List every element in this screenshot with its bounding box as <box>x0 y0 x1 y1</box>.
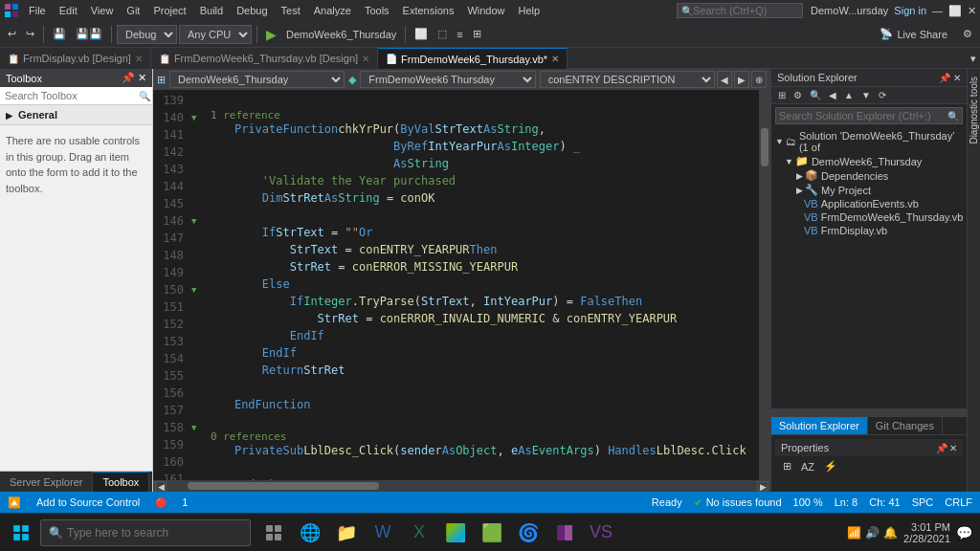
tab-close-2[interactable]: ✕ <box>551 54 559 64</box>
code-content[interactable]: 1 reference Private Function chkYrPur(By… <box>207 90 759 480</box>
vertical-scrollbar[interactable] <box>759 90 770 480</box>
dependencies-node[interactable]: ▶ 📦 Dependencies <box>771 168 967 183</box>
toolbar-btn-3[interactable]: ≡ <box>453 24 466 45</box>
toolbox-search[interactable]: 🔍 <box>0 87 152 105</box>
class-dropdown[interactable]: FrmDemoWeek6 Thursday <box>360 71 535 88</box>
tab-menu-button[interactable]: ▾ <box>967 48 980 69</box>
menu-edit[interactable]: Edit <box>54 3 83 18</box>
menu-view[interactable]: View <box>85 3 120 18</box>
scrollbar-thumb[interactable] <box>761 128 768 166</box>
app-events-node[interactable]: VB ApplicationEvents.vb <box>771 197 967 210</box>
vs-purple-icon[interactable]: VS <box>584 516 618 550</box>
save-button[interactable]: 💾 <box>49 24 70 45</box>
sol-tb-btn-3[interactable]: 🔍 <box>807 89 824 101</box>
menu-analyze[interactable]: Analyze <box>308 3 357 18</box>
frmdisplay-node[interactable]: VB FrmDisplay.vb <box>771 224 967 237</box>
menu-test[interactable]: Test <box>276 3 306 18</box>
project-node[interactable]: ▼ 📁 DemoWeek6_Thursday <box>771 154 967 168</box>
notification-button[interactable]: 💬 <box>956 525 972 540</box>
sol-tb-btn-4[interactable]: ◀ <box>826 89 839 101</box>
sol-tb-btn-7[interactable]: ⟳ <box>876 89 889 101</box>
start-button[interactable] <box>4 516 38 550</box>
scroll-left-button[interactable]: ◀ <box>717 71 732 88</box>
ms-icon[interactable]: ⬛ <box>438 516 473 550</box>
excel-icon[interactable]: X <box>402 516 436 550</box>
sol-tb-btn-5[interactable]: ▲ <box>841 89 857 101</box>
toolbox-tab[interactable]: Toolbox <box>93 472 149 492</box>
toolbox-group-general[interactable]: ▶ General <box>0 105 152 125</box>
my-project-node[interactable]: ▶ 🔧 My Project <box>771 183 967 197</box>
source-control-label[interactable]: Add to Source Control <box>36 496 140 508</box>
toolbox-pin-button[interactable]: 📌 <box>122 72 135 84</box>
debug-config-dropdown[interactable]: Debug <box>117 25 177 44</box>
toolbar-btn-2[interactable]: ⬚ <box>434 24 451 45</box>
code-editor[interactable]: 139 140 141 142 143 144 145 146 147 148 … <box>153 90 759 480</box>
menu-debug[interactable]: Debug <box>231 3 273 18</box>
vs-icon[interactable] <box>547 516 582 550</box>
scroll-right-button[interactable]: ▶ <box>734 71 749 88</box>
props-close-button[interactable]: ✕ <box>949 443 957 453</box>
chrome-icon[interactable]: 🌀 <box>511 516 546 550</box>
edge-icon[interactable]: 🌐 <box>293 516 327 550</box>
tab-frmdemovb-design[interactable]: 📋 FrmDemoWeek6_Thursday.vb [Design] ✕ <box>151 48 378 69</box>
word-icon[interactable]: W <box>366 516 400 550</box>
settings-button[interactable]: ⚙ <box>959 24 976 45</box>
maximize-button[interactable]: ⬜ <box>948 5 962 17</box>
hscroll-right-button[interactable]: ▶ <box>757 481 768 491</box>
taskbar-search-input[interactable] <box>67 526 242 540</box>
solution-explorer-bottom-tab[interactable]: Solution Explorer <box>771 417 868 434</box>
undo-button[interactable]: ↩ <box>4 24 20 45</box>
toolbar-btn-4[interactable]: ⊞ <box>469 24 485 45</box>
file-explorer-icon[interactable]: 📁 <box>329 516 364 550</box>
menu-project[interactable]: Project <box>147 3 191 18</box>
menu-git[interactable]: Git <box>121 3 145 18</box>
hscroll-thumb[interactable] <box>188 482 379 490</box>
close-button[interactable]: ✕ <box>968 5 976 17</box>
platform-dropdown[interactable]: Any CPU <box>179 25 252 44</box>
props-events-button[interactable]: ⚡ <box>820 459 841 474</box>
server-explorer-tab[interactable]: Server Explorer <box>0 472 93 492</box>
solution-root[interactable]: ▼ 🗂 Solution 'DemoWeek6_Thursday' (1 of <box>771 129 967 154</box>
menu-search-box[interactable]: 🔍 <box>677 3 803 18</box>
menu-help[interactable]: Help <box>513 3 546 18</box>
solution-search-box[interactable]: 🔍 <box>775 107 963 124</box>
expand-button[interactable]: ⊕ <box>751 71 767 88</box>
props-pin-button[interactable]: 📌 <box>936 443 947 453</box>
file-dropdown[interactable]: DemoWeek6_Thursday <box>169 71 345 88</box>
menu-window[interactable]: Window <box>461 3 510 18</box>
sol-pin-button[interactable]: 📌 <box>939 73 950 83</box>
menu-tools[interactable]: Tools <box>359 3 395 18</box>
live-share-area[interactable]: 📡 Live Share ⚙ <box>880 24 976 45</box>
menu-file[interactable]: File <box>23 3 52 18</box>
start-debug-button[interactable]: ▶ <box>262 24 280 45</box>
taskbar-search-box[interactable]: 🔍 <box>40 519 251 546</box>
sol-close-button[interactable]: ✕ <box>953 73 961 83</box>
tab-frmdemovb-code[interactable]: 📄 FrmDemoWeek6_Thursday.vb* ✕ <box>378 48 568 69</box>
menu-extensions[interactable]: Extensions <box>397 3 460 18</box>
tab-close-0[interactable]: ✕ <box>135 54 143 64</box>
minimize-button[interactable]: — <box>932 5 943 16</box>
horizontal-scrollbar[interactable]: ◀ ▶ <box>153 480 770 492</box>
toolbox-close-button[interactable]: ✕ <box>138 72 146 84</box>
menu-search-input[interactable] <box>693 5 798 16</box>
sol-tb-btn-1[interactable]: ⊞ <box>775 89 789 101</box>
solution-search-input[interactable] <box>779 110 947 121</box>
member-dropdown[interactable]: conENTRY DESCRIPTION <box>540 71 715 88</box>
toolbox-search-input[interactable] <box>2 89 139 102</box>
sol-tb-btn-6[interactable]: ▼ <box>858 89 874 101</box>
tab-frmdisplay-design[interactable]: 📋 FrmDisplay.vb [Design] ✕ <box>0 48 151 69</box>
sign-in-button[interactable]: Sign in <box>894 5 926 16</box>
props-alphabetical-button[interactable]: AZ <box>797 459 818 474</box>
minecraft-icon[interactable]: 🟩 <box>475 516 509 550</box>
menu-build[interactable]: Build <box>194 3 229 18</box>
sol-tb-btn-2[interactable]: ⚙ <box>791 89 805 101</box>
hscroll-left-button[interactable]: ◀ <box>155 481 167 491</box>
frmdemo-node[interactable]: VB FrmDemoWeek6_Thursday.vb <box>771 210 967 224</box>
save-all-button[interactable]: 💾💾 <box>72 24 106 45</box>
redo-button[interactable]: ↪ <box>22 24 38 45</box>
toolbar-btn-1[interactable]: ⬜ <box>411 24 432 45</box>
sol-scroll[interactable] <box>771 408 967 416</box>
props-categorized-button[interactable]: ⊞ <box>779 459 795 474</box>
tab-close-1[interactable]: ✕ <box>362 54 369 64</box>
git-changes-bottom-tab[interactable]: Git Changes <box>868 417 943 434</box>
